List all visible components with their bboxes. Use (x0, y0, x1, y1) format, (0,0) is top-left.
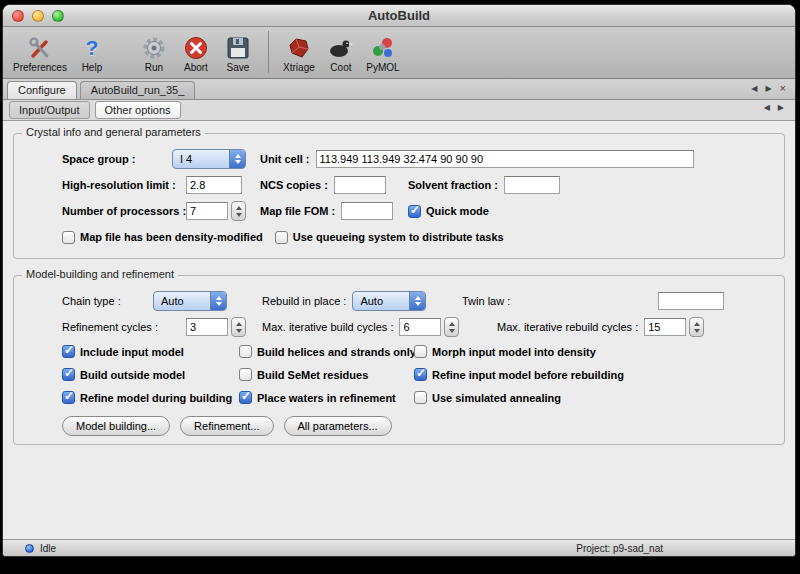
model-building-group: Model-building and refinement Chain type… (13, 275, 785, 445)
unit-cell-input[interactable] (316, 150, 694, 168)
quick-mode-checkbox[interactable]: Quick mode (408, 205, 489, 218)
chain-type-dropdown[interactable]: Auto (153, 291, 227, 311)
space-group-dropdown[interactable]: I 4 (172, 149, 246, 169)
coot-button[interactable]: Coot (320, 30, 362, 74)
zoom-window-button[interactable] (52, 10, 64, 22)
toolbar-item-label: Help (82, 62, 103, 73)
subtab-next-icon[interactable]: ▶ (778, 103, 784, 112)
refinement-cycles-input[interactable] (186, 318, 228, 336)
ncs-copies-input[interactable] (334, 176, 386, 194)
solvent-fraction-label: Solvent fraction : (408, 179, 498, 191)
toolbar-item-label: Abort (184, 62, 208, 73)
refine-during-building-checkbox[interactable]: Refine model during building (62, 391, 232, 404)
minimize-window-button[interactable] (32, 10, 44, 22)
help-question-icon: ? (86, 35, 99, 62)
density-modified-checkbox[interactable]: Map file has been density-modified (62, 231, 263, 244)
title-bar[interactable]: AutoBuild (3, 5, 795, 27)
checkbox-label: Morph input model into density (432, 346, 596, 358)
checkbox-icon[interactable] (414, 391, 427, 404)
checkbox-icon[interactable] (62, 368, 75, 381)
high-res-input[interactable] (186, 176, 242, 194)
build-cycles-stepper[interactable] (444, 317, 459, 337)
preferences-button[interactable]: Preferences (9, 30, 71, 74)
tab-nav-controls: ◀ ▶ × (751, 82, 791, 99)
build-semet-checkbox[interactable]: Build SeMet residues (239, 368, 368, 381)
refinement-cycles-stepper[interactable] (231, 317, 246, 337)
subtab-prev-icon[interactable]: ◀ (764, 103, 770, 112)
chain-type-value: Auto (154, 295, 210, 307)
processors-input[interactable] (186, 202, 228, 220)
build-cycles-field-group: Max. iterative build cycles : (262, 317, 497, 337)
processors-stepper[interactable] (231, 201, 246, 221)
solvent-fraction-input[interactable] (504, 176, 560, 194)
save-button[interactable]: Save (217, 30, 259, 74)
crystal-checkbox-row: Map file has been density-modified Use q… (22, 224, 776, 250)
checkbox-label: Place waters in refinement (257, 392, 396, 404)
checkbox-icon[interactable] (408, 205, 421, 218)
checkbox-icon[interactable] (62, 345, 75, 358)
rebuild-cycles-stepper[interactable] (689, 317, 704, 337)
autobuild-window: AutoBuild Preferences ? Help (2, 4, 796, 557)
gear-icon (141, 35, 167, 62)
checkbox-icon[interactable] (62, 231, 75, 244)
queueing-checkbox[interactable]: Use queueing system to distribute tasks (275, 231, 504, 244)
checkbox-icon[interactable] (414, 368, 427, 381)
checkbox-icon[interactable] (275, 231, 288, 244)
window-title: AutoBuild (3, 5, 795, 26)
unit-cell-label: Unit cell : (260, 153, 310, 165)
main-tab-bar: Configure AutoBuild_run_35_ ◀ ▶ × (3, 79, 795, 100)
tab-configure[interactable]: Configure (7, 81, 77, 99)
checkbox-icon[interactable] (239, 345, 252, 358)
tab-other-options[interactable]: Other options (95, 101, 181, 119)
abort-x-icon (183, 35, 209, 62)
checkbox-icon[interactable] (62, 391, 75, 404)
help-button[interactable]: ? Help (71, 30, 113, 74)
density-modified-label: Map file has been density-modified (80, 231, 263, 243)
checkbox-icon[interactable] (239, 391, 252, 404)
parameter-buttons-row: Model building... Refinement... All para… (22, 416, 776, 436)
refine-before-rebuilding-checkbox[interactable]: Refine input model before rebuilding (414, 368, 624, 381)
toolbar-item-label: Preferences (13, 62, 67, 73)
simulated-annealing-checkbox[interactable]: Use simulated annealing (414, 391, 561, 404)
rebuild-in-place-dropdown[interactable]: Auto (352, 291, 426, 311)
close-window-button[interactable] (12, 10, 24, 22)
toolbar-divider (268, 31, 269, 73)
abort-button[interactable]: Abort (175, 30, 217, 74)
checkbox-label: Build SeMet residues (257, 369, 368, 381)
toolbar-item-label: Coot (330, 62, 351, 73)
include-input-model-checkbox[interactable]: Include input model (62, 345, 184, 358)
all-parameters-button[interactable]: All parameters... (284, 416, 392, 436)
model-building-button[interactable]: Model building... (62, 416, 170, 436)
project-label: Project: p9-sad_nat (576, 543, 663, 554)
checkbox-icon[interactable] (239, 368, 252, 381)
build-cycles-input[interactable] (399, 318, 441, 336)
twin-law-label: Twin law : (462, 295, 510, 307)
build-outside-model-checkbox[interactable]: Build outside model (62, 368, 185, 381)
group-legend: Model-building and refinement (22, 268, 178, 280)
window-controls (12, 10, 64, 22)
ncs-copies-field-group: NCS copies : (260, 176, 408, 194)
morph-input-model-checkbox[interactable]: Morph input model into density (414, 345, 596, 358)
checkbox-label: Refine model during building (80, 392, 232, 404)
twin-law-input[interactable] (658, 292, 724, 310)
checkbox-icon[interactable] (414, 345, 427, 358)
run-button[interactable]: Run (133, 30, 175, 74)
place-waters-checkbox[interactable]: Place waters in refinement (239, 391, 396, 404)
build-helices-strands-checkbox[interactable]: Build helices and strands only (239, 345, 416, 358)
tab-close-icon[interactable]: × (780, 82, 786, 94)
tab-prev-icon[interactable]: ◀ (751, 84, 757, 93)
pymol-button[interactable]: PyMOL (362, 30, 404, 74)
xtriage-button[interactable]: Xtriage (278, 30, 320, 74)
refinement-button[interactable]: Refinement... (180, 416, 273, 436)
tab-autobuild-run[interactable]: AutoBuild_run_35_ (80, 81, 196, 99)
toolbar-item-label: PyMOL (366, 62, 399, 73)
tab-next-icon[interactable]: ▶ (765, 84, 771, 93)
map-fom-input[interactable] (341, 202, 393, 220)
ncs-copies-label: NCS copies : (260, 179, 328, 191)
cycles-row: Refinement cycles : Max. iterative build… (22, 314, 776, 340)
checkbox-label: Use simulated annealing (432, 392, 561, 404)
chain-type-field-group: Chain type : Auto (62, 291, 262, 311)
tab-input-output[interactable]: Input/Output (9, 101, 90, 119)
rebuild-in-place-field-group: Rebuild in place : Auto (262, 291, 462, 311)
rebuild-cycles-input[interactable] (644, 318, 686, 336)
